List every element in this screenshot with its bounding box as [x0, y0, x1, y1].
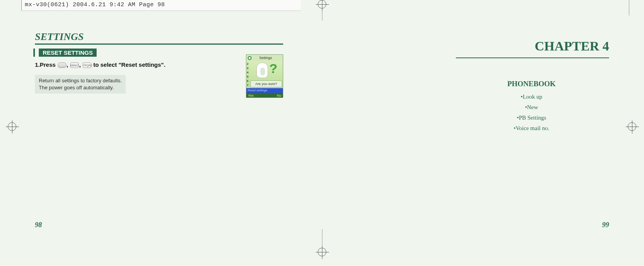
note-line: Return all settings to factory defaults. [39, 77, 122, 84]
document-spread: mx-v30(0621) 2004.6.21 9:42 AM Page 98 S… [0, 0, 644, 266]
phone-menu-numbers: 2 3 4 5 6 7 [247, 62, 248, 87]
menu-number: 2 [247, 62, 248, 66]
page-number: 99 [602, 221, 609, 229]
toc-item: •Voice mail no. [361, 125, 609, 132]
phone-softkey-bar: Yes No [246, 93, 283, 98]
toc-item: •New [361, 104, 609, 111]
registration-mark-icon [318, 248, 326, 256]
crop-line [322, 11, 322, 21]
section-badge: RESET SETTINGS [35, 49, 97, 57]
confirmation-popup: Are you sure? [250, 80, 282, 87]
page-left: SETTINGS RESET SETTINGS 1.Press , 6MNO, … [35, 31, 283, 225]
phone-title-text: Settings [254, 56, 283, 60]
softkey-no: No [277, 94, 281, 97]
instruction-suffix: to select "Reset settings". [93, 61, 165, 68]
phone-screenshot: Settings 2 3 4 5 6 7 ? Are you [246, 54, 283, 98]
registration-mark-icon [318, 0, 326, 9]
menu-number: 5 [247, 75, 248, 79]
menu-number: 4 [247, 70, 248, 75]
page-title: SETTINGS [35, 31, 283, 43]
registration-mark-icon [628, 122, 636, 131]
softkey-yes: Yes [248, 94, 254, 97]
toc-item: •Look up [361, 94, 609, 100]
key-6-icon: 6MNO [70, 63, 79, 68]
title-underline [35, 43, 283, 45]
registration-mark-icon [8, 122, 16, 131]
settings-gear-icon [247, 56, 252, 61]
crop-line [629, 0, 629, 16]
page-right: CHAPTER 4 PHONEBOOK •Look up •New •PB Se… [361, 31, 609, 225]
phone-mascot-icon: ? [255, 62, 277, 80]
chapter-title: CHAPTER 4 [361, 39, 609, 54]
note-box: Return all settings to factory defaults.… [35, 75, 126, 94]
softkey-icon [58, 63, 66, 68]
print-header: mx-v30(0621) 2004.6.21 9:42 AM Page 98 [21, 0, 301, 11]
chapter-underline [456, 57, 609, 58]
phone-body: 2 3 4 5 6 7 ? Are you sure? Reset settin… [246, 61, 283, 93]
note-line: The power goes off automatically. [39, 84, 122, 91]
instruction-prefix: 1.Press [35, 61, 57, 68]
menu-number: 7 [247, 83, 248, 87]
phone-title-bar: Settings [246, 55, 283, 61]
menu-number: 6 [247, 79, 248, 83]
page-number: 98 [35, 221, 42, 229]
phone-screen: Settings 2 3 4 5 6 7 ? Are you [246, 54, 283, 98]
toc-item: •PB Settings [361, 115, 609, 121]
key-7-icon: 7PQRS [83, 63, 91, 68]
menu-number: 3 [247, 66, 248, 70]
selected-menu-item: Reset settings [246, 88, 283, 93]
section-heading: PHONEBOOK [361, 80, 609, 88]
